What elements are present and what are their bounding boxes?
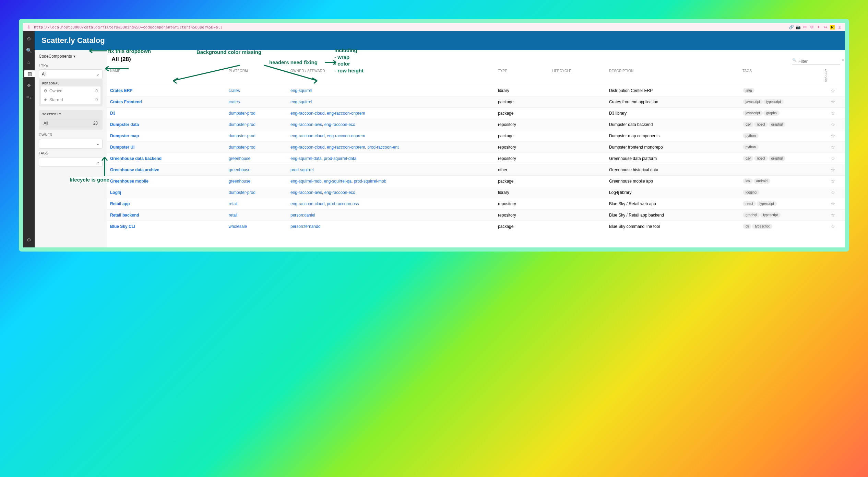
platform-link[interactable]: crates (229, 100, 240, 104)
extension-icon[interactable]: ✦ (816, 25, 821, 30)
star-button[interactable]: ☆ (821, 221, 845, 232)
platform-link[interactable]: retail (229, 201, 238, 206)
tag-chip[interactable]: python (743, 133, 759, 138)
tag-chip[interactable]: typescript (752, 224, 772, 229)
create-icon[interactable]: ≡₊ (25, 94, 32, 101)
tag-chip[interactable]: python (743, 144, 759, 150)
tag-chip[interactable]: typescript (760, 212, 781, 218)
col-owner[interactable]: OWNER / STEWARD (287, 66, 495, 85)
owner-link[interactable]: eng-raccoon-aws (290, 122, 322, 127)
owner-link[interactable]: eng-raccoon-cloud (290, 201, 324, 206)
owner-link[interactable]: eng-raccoon-eco (324, 122, 355, 127)
logo-icon[interactable]: ⚙ (25, 35, 32, 42)
platform-link[interactable]: greenhouse (229, 167, 250, 172)
star-button[interactable]: ☆ (821, 175, 845, 187)
tag-chip[interactable]: typescript (757, 201, 777, 206)
col-tags[interactable]: TAGS (739, 66, 821, 85)
tag-chip[interactable]: csv (743, 122, 753, 127)
camera-icon[interactable]: 📷 (796, 25, 800, 30)
owner-link[interactable]: eng-raccoon-eco (324, 190, 355, 195)
type-select[interactable]: All⌄ (39, 69, 103, 79)
col-actions[interactable]: ACTIONS (821, 66, 845, 85)
mail-icon[interactable]: ✉ (802, 25, 807, 30)
platform-link[interactable]: dumpster-prod (229, 122, 255, 127)
catalog-icon[interactable]: ▥ (24, 70, 35, 77)
tags-select[interactable]: ⌄ (39, 157, 103, 167)
name-link[interactable]: Dumpster map (110, 133, 139, 138)
settings-icon[interactable]: ⚙ (25, 236, 32, 243)
star-button[interactable]: ☆ (821, 119, 845, 130)
owner-link[interactable]: prod-squirrel (290, 167, 313, 172)
name-link[interactable]: Retail backend (110, 213, 139, 218)
col-type[interactable]: TYPE (495, 66, 548, 85)
name-link[interactable]: Retail app (110, 201, 130, 206)
tag-chip[interactable]: react (743, 201, 756, 206)
tag-chip[interactable]: nosql (754, 122, 768, 127)
owner-link[interactable]: eng-raccoon-onprem (327, 133, 365, 138)
tag-chip[interactable]: javascript (743, 99, 763, 104)
col-description[interactable]: DESCRIPTION (606, 66, 739, 85)
owner-link[interactable]: eng-squirrel-data (290, 156, 322, 161)
platform-link[interactable]: dumpster-prod (229, 133, 255, 138)
tag-chip[interactable]: android (753, 178, 770, 184)
tag-chip[interactable]: nosql (754, 156, 768, 161)
owner-link[interactable]: eng-raccoon-cloud (290, 145, 324, 150)
name-link[interactable]: Log4j (110, 190, 121, 195)
owner-link[interactable]: eng-raccoon-cloud (290, 111, 324, 116)
name-link[interactable]: Greenhouse data archive (110, 167, 159, 172)
gear-icon[interactable]: ⚙ (809, 25, 814, 30)
owner-link[interactable]: eng-squirrel (290, 100, 312, 104)
star-button[interactable]: ☆ (821, 198, 845, 209)
tag-chip[interactable]: typescript (763, 99, 784, 104)
link-icon[interactable]: 🔗 (789, 25, 794, 30)
tag-chip[interactable]: logging (743, 190, 759, 195)
platform-link[interactable]: crates (229, 88, 240, 93)
all-row[interactable]: All 28 (41, 119, 100, 128)
tag-chip[interactable]: cli (743, 224, 751, 229)
tag-chip[interactable]: ios (743, 178, 753, 184)
name-link[interactable]: Greenhouse data backend (110, 156, 162, 161)
platform-link[interactable]: dumpster-prod (229, 145, 255, 150)
platform-link[interactable]: dumpster-prod (229, 111, 255, 116)
owner-link[interactable]: eng-raccoon-onprem (327, 111, 365, 116)
name-link[interactable]: Dumpster UI (110, 145, 134, 150)
tag-chip[interactable]: javascript (743, 110, 763, 116)
owner-link[interactable]: eng-raccoon-onprem (327, 145, 365, 150)
owner-link[interactable]: eng-squirrel-mob (290, 179, 322, 184)
tag-chip[interactable]: graphql (743, 212, 760, 218)
search-icon[interactable]: 🔍 (25, 47, 32, 54)
name-link[interactable]: Crates ERP (110, 88, 132, 93)
star-button[interactable]: ☆ (821, 187, 845, 198)
owned-row[interactable]: ⚙ Owned 0 (41, 86, 100, 95)
star-button[interactable]: ☆ (821, 107, 845, 119)
tag-chip[interactable]: csv (743, 156, 753, 161)
platform-link[interactable]: wholesale (229, 224, 247, 229)
col-name[interactable]: NAME (107, 66, 225, 85)
r-badge[interactable]: R (830, 25, 835, 30)
owner-link[interactable]: prod-squirrel-mob (354, 179, 387, 184)
name-link[interactable]: Crates Frontend (110, 100, 142, 104)
star-button[interactable]: ☆ (821, 141, 845, 153)
star-button[interactable]: ☆ (821, 209, 845, 221)
kind-dropdown[interactable]: CodeComponents ▾ (39, 54, 103, 59)
tag-chip[interactable]: java (743, 88, 754, 93)
star-button[interactable]: ☆ (821, 85, 845, 96)
arrows-icon[interactable]: ⇔ (823, 25, 828, 30)
owner-link[interactable]: eng-squirrel (290, 88, 312, 93)
platform-link[interactable]: greenhouse (229, 156, 250, 161)
home-icon[interactable]: ⌂ (25, 59, 32, 66)
owner-link[interactable]: eng-raccoon-cloud (290, 133, 324, 138)
tag-chip[interactable]: graphql (769, 156, 785, 161)
owner-link[interactable]: prod-raccoon-oss (327, 201, 359, 206)
tag-chip[interactable]: graphql (769, 122, 785, 127)
name-link[interactable]: Blue Sky CLI (110, 224, 135, 229)
star-button[interactable]: ☆ (821, 130, 845, 141)
owner-link[interactable]: eng-squirrel-qa (324, 179, 352, 184)
owner-select[interactable]: ⌄ (39, 139, 103, 149)
col-lifecycle[interactable]: LIFECYCLE (548, 66, 606, 85)
layers-icon[interactable]: ❖ (25, 82, 32, 89)
platform-link[interactable]: dumpster-prod (229, 190, 255, 195)
star-button[interactable]: ☆ (821, 153, 845, 164)
filter-input[interactable] (792, 58, 840, 65)
tag-chip[interactable]: graphs (763, 110, 780, 116)
